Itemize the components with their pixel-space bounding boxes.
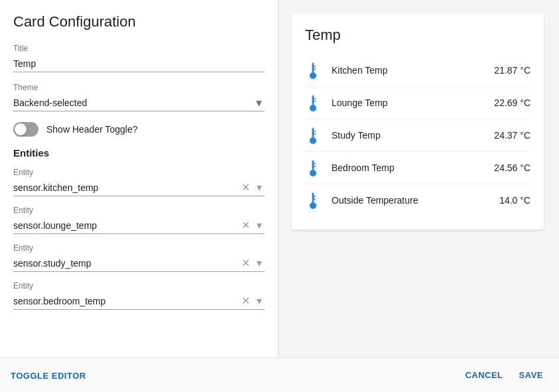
entity-field-1: Entity ✕ ▾ — [13, 206, 265, 234]
footer-left: TOGGLE EDITOR — [11, 370, 86, 381]
svg-point-12 — [310, 137, 316, 144]
entity-input-2[interactable] — [13, 255, 236, 271]
preview-value-4: 14.0 °C — [499, 195, 530, 206]
title-label: Title — [13, 44, 265, 53]
entity-expand-1[interactable]: ▾ — [254, 219, 265, 232]
svg-point-7 — [310, 105, 316, 111]
entity-clear-0[interactable]: ✕ — [239, 181, 253, 194]
cancel-button[interactable]: CANCEL — [460, 365, 508, 385]
title-input[interactable] — [13, 56, 265, 72]
page-title: Card Configuration — [13, 13, 265, 31]
entity-actions-3: ✕ ▾ — [236, 294, 265, 308]
entity-label-2: Entity — [13, 243, 265, 253]
preview-value-0: 21.87 °C — [494, 65, 530, 76]
theme-field-group: Theme Backend-selected Default Light Dar… — [13, 83, 265, 111]
svg-point-17 — [310, 170, 316, 176]
toggle-editor-button[interactable]: TOGGLE EDITOR — [11, 371, 86, 381]
save-button[interactable]: SAVE — [514, 365, 548, 385]
svg-rect-1 — [312, 63, 314, 72]
entity-clear-3[interactable]: ✕ — [239, 294, 253, 308]
entity-input-0[interactable] — [13, 180, 236, 196]
left-panel: Card Configuration Title Theme Backend-s… — [0, 0, 279, 358]
entity-label-1: Entity — [13, 206, 265, 215]
preview-row-0: Kitchen Temp 21.87 °C — [305, 54, 530, 87]
preview-row-2: Study Temp 24.37 °C — [305, 119, 530, 152]
entity-clear-1[interactable]: ✕ — [239, 219, 253, 232]
preview-card-title: Temp — [305, 27, 530, 44]
thermometer-icon-1 — [305, 95, 321, 111]
entity-input-row-3: ✕ ▾ — [13, 293, 265, 310]
thermometer-icon-3 — [305, 160, 321, 176]
entities-heading: Entities — [13, 147, 265, 159]
thermometer-icon-4 — [305, 192, 321, 208]
svg-rect-16 — [312, 161, 314, 170]
entity-input-row-2: ✕ ▾ — [13, 255, 265, 272]
entity-label-0: Entity — [13, 168, 265, 177]
toggle-track — [13, 122, 38, 137]
entity-input-3[interactable] — [13, 293, 236, 309]
theme-select[interactable]: Backend-selected Default Light Dark — [13, 95, 265, 111]
header-toggle-label: Show Header Toggle? — [46, 124, 138, 135]
entity-input-1[interactable] — [13, 218, 236, 233]
entity-field-2: Entity ✕ ▾ — [13, 243, 265, 272]
thermometer-icon-0 — [305, 62, 321, 78]
preview-value-3: 24.56 °C — [494, 163, 530, 173]
entity-expand-2[interactable]: ▾ — [254, 257, 265, 270]
header-toggle-switch[interactable] — [13, 122, 38, 137]
preview-row-1: Lounge Temp 22.69 °C — [305, 87, 530, 119]
footer: TOGGLE EDITOR CANCEL SAVE — [0, 358, 559, 392]
preview-row-4: Outside Temperature 14.0 °C — [305, 184, 530, 216]
preview-value-2: 24.37 °C — [494, 130, 530, 141]
svg-rect-6 — [312, 96, 314, 105]
thermometer-icon-2 — [305, 127, 321, 143]
entity-actions-2: ✕ ▾ — [236, 257, 265, 270]
svg-rect-11 — [312, 128, 314, 137]
preview-entity-name-1: Lounge Temp — [332, 98, 494, 108]
svg-point-2 — [310, 72, 316, 79]
preview-entity-name-0: Kitchen Temp — [332, 65, 494, 76]
footer-right: CANCEL SAVE — [460, 365, 548, 385]
entity-input-row-1: ✕ ▾ — [13, 218, 265, 234]
preview-row-3: Bedroom Temp 24.56 °C — [305, 152, 530, 184]
entity-expand-0[interactable]: ▾ — [254, 181, 265, 194]
theme-select-wrapper: Backend-selected Default Light Dark ▾ — [13, 95, 265, 111]
entity-input-row-0: ✕ ▾ — [13, 180, 265, 196]
entity-expand-3[interactable]: ▾ — [254, 294, 265, 308]
entity-actions-1: ✕ ▾ — [236, 219, 265, 232]
preview-entity-name-3: Bedroom Temp — [332, 163, 494, 173]
preview-entity-name-2: Study Temp — [332, 130, 494, 141]
preview-card: Temp Kitchen Temp 21.87 °C — [292, 13, 544, 229]
preview-value-1: 22.69 °C — [494, 98, 530, 108]
entity-field-3: Entity ✕ ▾ — [13, 281, 265, 310]
entity-label-3: Entity — [13, 281, 265, 291]
svg-point-22 — [310, 202, 316, 209]
title-field-group: Title — [13, 44, 265, 72]
toggle-thumb — [15, 123, 27, 135]
right-panel: Temp Kitchen Temp 21.87 °C — [279, 0, 559, 358]
preview-entity-name-4: Outside Temperature — [332, 195, 499, 206]
entity-actions-0: ✕ ▾ — [236, 181, 265, 194]
entity-clear-2[interactable]: ✕ — [239, 257, 253, 270]
entity-field-0: Entity ✕ ▾ — [13, 168, 265, 196]
svg-rect-21 — [312, 193, 314, 202]
header-toggle-row: Show Header Toggle? — [13, 122, 265, 137]
theme-label: Theme — [13, 83, 265, 92]
